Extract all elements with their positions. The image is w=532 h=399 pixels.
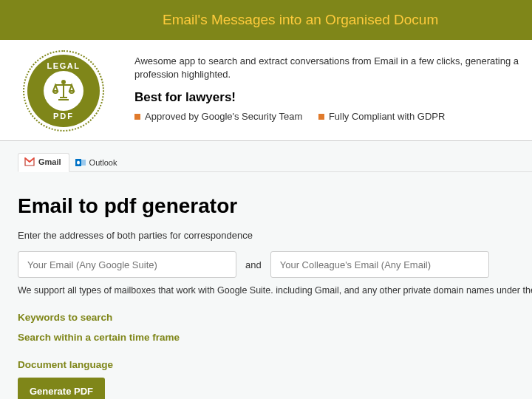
gmail-icon xyxy=(24,157,35,167)
tagline: Awesome app to search and extract conver… xyxy=(134,55,532,81)
instruction-text: Enter the addresses of both parties for … xyxy=(18,230,532,241)
scales-icon xyxy=(51,78,76,103)
tab-gmail-label: Gmail xyxy=(38,157,61,166)
header: LEGAL PDF xyxy=(0,40,532,140)
logo-bottom-text: PDF xyxy=(27,112,100,120)
svg-point-2 xyxy=(62,81,65,83)
timeframe-toggle[interactable]: Search within a certain time frame xyxy=(18,332,532,343)
language-toggle[interactable]: Document language xyxy=(18,359,532,370)
your-email-input[interactable] xyxy=(18,251,236,278)
main-area: Gmail Outlook Email to pdf generator Ent… xyxy=(0,140,532,399)
bullet-icon xyxy=(318,114,324,120)
top-banner: Email's Messages into an Organised Docum xyxy=(0,0,532,40)
legal-pdf-logo: LEGAL PDF xyxy=(23,50,104,132)
tab-outlook-label: Outlook xyxy=(89,158,117,167)
best-heading: Best for lawyers! xyxy=(134,89,532,106)
feature-badges: Approved by Google's Security Team Fully… xyxy=(134,109,532,123)
bullet-icon xyxy=(134,114,140,120)
svg-point-7 xyxy=(77,160,80,164)
colleague-email-input[interactable] xyxy=(270,251,489,278)
outlook-icon xyxy=(75,157,86,168)
keywords-toggle[interactable]: Keywords to search xyxy=(18,312,532,323)
tab-outlook[interactable]: Outlook xyxy=(69,154,125,172)
generate-pdf-button[interactable]: Generate PDF xyxy=(18,378,105,399)
and-label: and xyxy=(245,259,262,270)
banner-text: Email's Messages into an Organised Docum xyxy=(163,12,438,28)
tab-gmail[interactable]: Gmail xyxy=(18,153,69,172)
logo-top-text: LEGAL xyxy=(27,61,100,70)
page-title: Email to pdf generator xyxy=(18,194,532,218)
svg-rect-6 xyxy=(81,160,86,166)
provider-tabs: Gmail Outlook xyxy=(18,141,532,172)
support-note: We support all types of mailboxes that w… xyxy=(18,285,532,296)
badge-approved: Approved by Google's Security Team xyxy=(145,111,302,122)
badge-gdpr: Fully Compliant with GDPR xyxy=(329,111,446,122)
